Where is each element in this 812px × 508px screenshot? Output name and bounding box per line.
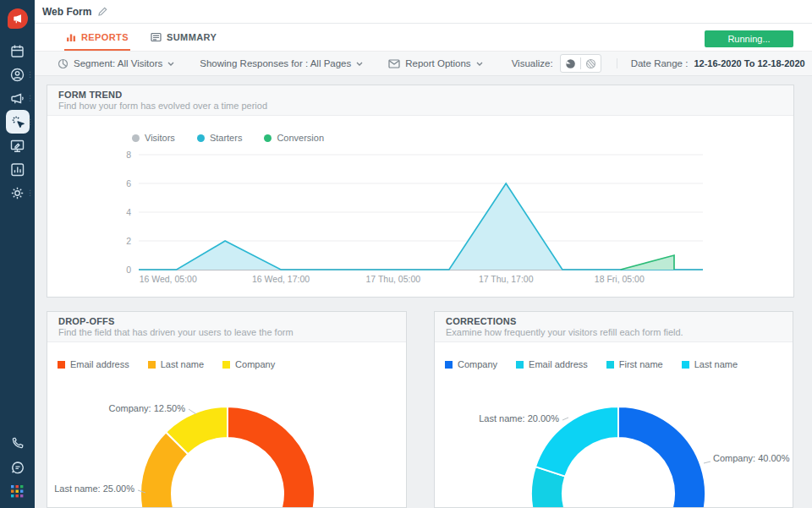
- drop-offs-subtitle: Find the field that has driven your user…: [58, 327, 406, 337]
- y-axis-tick: 0: [126, 265, 131, 275]
- sidebar-item-phone[interactable]: [0, 430, 35, 455]
- label-connector: [704, 462, 710, 463]
- form-trend-subtitle: Find how your form has evolved over a ti…: [58, 101, 793, 111]
- legend-item-company[interactable]: Company: [222, 359, 275, 369]
- legend-item-visitors[interactable]: Visitors: [132, 133, 175, 143]
- app-sidebar: ⋮ ⋮ ⋮: [0, 0, 35, 508]
- segment-pie-icon: [58, 58, 69, 69]
- more-options-icon[interactable]: ⋮: [26, 71, 34, 79]
- x-axis-tick: 16 Wed, 05:00: [140, 274, 197, 284]
- y-axis-tick: 4: [126, 207, 131, 217]
- date-range-picker[interactable]: Date Range : 12-16-2020 To 12-18-2020: [617, 58, 812, 68]
- legend-label: First name: [619, 359, 663, 369]
- sidebar-item-chat[interactable]: [0, 455, 35, 479]
- donut-disabled-icon[interactable]: [585, 58, 596, 69]
- corrections-legend: CompanyEmail addressFirst nameLast name: [445, 359, 738, 369]
- form-trend-title: FORM TREND: [58, 90, 793, 100]
- sidebar-item-campaigns[interactable]: ⋮: [0, 86, 35, 110]
- apps-grid-icon: [11, 485, 24, 498]
- sidebar-item-site-editor[interactable]: [0, 134, 35, 157]
- edit-pencil-icon[interactable]: [97, 7, 107, 17]
- tab-summary-label: SUMMARY: [167, 32, 217, 42]
- gear-icon: [9, 185, 25, 201]
- segment-filter-label: Segment: All Visitors: [74, 58, 162, 68]
- drop-offs-body: Email addressLast nameCompany Company: 1…: [47, 342, 406, 508]
- legend-label: Visitors: [145, 133, 175, 143]
- contacts-icon: [9, 67, 25, 83]
- date-range-value: 12-16-2020 To 12-18-2020: [694, 58, 804, 68]
- legend-label: Starters: [210, 133, 243, 143]
- chevron-down-icon: [476, 62, 483, 66]
- sidebar-item-contacts[interactable]: ⋮: [0, 63, 35, 86]
- corrections-subtitle: Examine how frequently your visitors ref…: [446, 327, 793, 337]
- legend-item-last-name[interactable]: Last name: [148, 359, 204, 369]
- legend-item-last-name[interactable]: Last name: [682, 359, 738, 369]
- more-options-icon[interactable]: ⋮: [26, 118, 34, 126]
- legend-swatch: [222, 361, 230, 369]
- bar-chart-icon: [9, 161, 25, 178]
- sidebar-bottom: [0, 430, 35, 504]
- monitor-edit-icon: [9, 138, 25, 154]
- megaphone-icon: [9, 90, 25, 107]
- legend-item-email-address[interactable]: Email address: [516, 359, 588, 369]
- legend-item-first-name[interactable]: First name: [606, 359, 663, 369]
- responses-filter[interactable]: Showing Responses for : All Pages: [200, 58, 363, 68]
- legend-swatch: [445, 361, 453, 369]
- tab-bar: REPORTS SUMMARY Running...: [35, 24, 812, 51]
- report-options-label: Report Options: [405, 58, 470, 68]
- envelope-icon: [388, 59, 400, 68]
- corrections-panel: CORRECTIONS Examine how frequently your …: [434, 311, 793, 508]
- slice-label: Last name: 25.00%: [54, 483, 134, 494]
- tab-reports[interactable]: REPORTS: [66, 24, 129, 51]
- corrections-body: CompanyEmail addressFirst nameLast name …: [435, 342, 793, 508]
- sidebar-item-calendar[interactable]: [0, 39, 35, 63]
- click-cursor-icon: [10, 114, 25, 129]
- x-axis-tick: 17 Thu, 05:00: [366, 274, 421, 284]
- legend-item-starters[interactable]: Starters: [197, 133, 243, 143]
- corrections-header: CORRECTIONS Examine how frequently your …: [435, 312, 793, 342]
- reports-tab-icon: [66, 32, 76, 42]
- drop-offs-panel: DROP-OFFS Find the field that has driven…: [47, 311, 407, 508]
- x-axis-tick: 18 Fri, 05:00: [595, 274, 645, 284]
- donut-view-icon[interactable]: [565, 58, 576, 69]
- legend-item-company[interactable]: Company: [445, 359, 497, 369]
- legend-label: Email address: [70, 359, 129, 369]
- filter-bar: Segment: All Visitors Showing Responses …: [35, 51, 812, 76]
- trend-legend: VisitorsStartersConversion: [132, 133, 324, 143]
- tab-summary[interactable]: SUMMARY: [151, 24, 217, 51]
- visualize-toggle: Visualize:: [512, 54, 601, 73]
- legend-label: Last name: [161, 359, 204, 369]
- corrections-title: CORRECTIONS: [446, 316, 793, 326]
- chevron-down-icon: [356, 62, 363, 66]
- legend-dot: [264, 134, 272, 142]
- legend-label: Company: [235, 359, 275, 369]
- sidebar-item-web-form[interactable]: ⋮: [0, 110, 35, 134]
- legend-item-conversion[interactable]: Conversion: [264, 133, 324, 143]
- segment-filter[interactable]: Segment: All Visitors: [58, 58, 174, 69]
- sidebar-item-analytics[interactable]: [0, 157, 35, 181]
- trend-chart: 0246816 Wed, 05:0016 Wed, 17:0017 Thu, 0…: [47, 116, 794, 298]
- calendar-icon: [9, 43, 25, 59]
- more-options-icon[interactable]: ⋮: [26, 189, 34, 197]
- running-button[interactable]: Running...: [705, 30, 793, 47]
- legend-label: Conversion: [277, 133, 324, 143]
- x-axis-tick: 16 Wed, 17:00: [252, 274, 310, 284]
- legend-label: Email address: [529, 359, 588, 369]
- more-options-icon[interactable]: ⋮: [26, 95, 34, 102]
- x-axis-tick: 17 Thu, 17:00: [479, 274, 534, 284]
- page-title: Web Form: [42, 6, 91, 18]
- donut-slice-company[interactable]: [618, 407, 705, 508]
- visualize-label: Visualize:: [512, 58, 553, 68]
- legend-swatch: [606, 361, 614, 369]
- legend-swatch: [516, 361, 524, 369]
- brand-logo[interactable]: [8, 8, 28, 29]
- slice-label: Company: 12.50%: [109, 403, 186, 413]
- y-axis-tick: 2: [126, 236, 131, 246]
- chevron-down-icon: [167, 62, 174, 66]
- legend-item-email-address[interactable]: Email address: [58, 359, 129, 369]
- sidebar-item-apps[interactable]: [0, 479, 35, 504]
- sidebar-item-settings[interactable]: ⋮: [0, 181, 35, 205]
- report-options-menu[interactable]: Report Options: [388, 58, 482, 68]
- responses-filter-label: Showing Responses for : All Pages: [200, 58, 351, 68]
- legend-dot: [197, 134, 205, 142]
